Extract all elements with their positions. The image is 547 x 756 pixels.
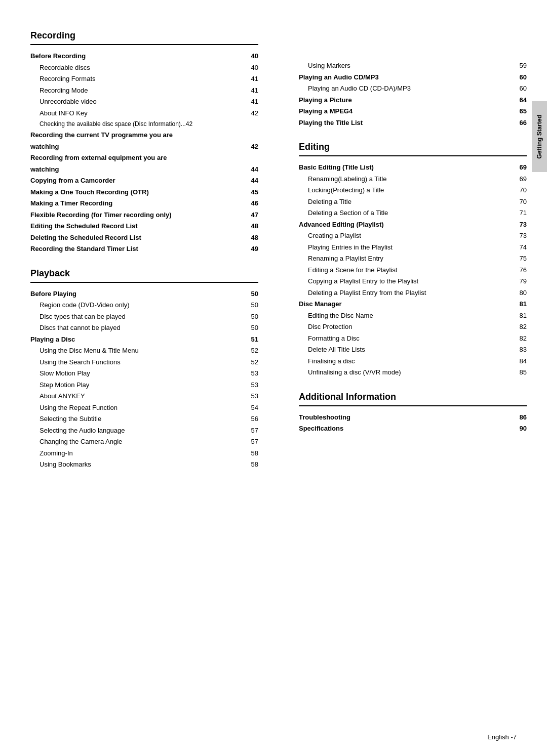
toc-timer-recording: Making a Timer Recording 46	[30, 198, 258, 208]
editing-section: Editing Basic Editing (Title List) 69 Re…	[299, 142, 527, 377]
toc-audio-language: Selecting the Audio language 57	[30, 426, 258, 436]
toc-advanced-editing: Advanced Editing (Playlist) 73	[299, 220, 527, 230]
toc-locking-title: Locking(Protecting) a Title 70	[299, 185, 527, 195]
footer-text: English -7	[487, 733, 517, 741]
toc-discs-cannot-play: Discs that cannot be played 50	[30, 323, 258, 333]
toc-formatting-disc: Formatting a Disc 82	[299, 333, 527, 344]
toc-disc-manager: Disc Manager 81	[299, 299, 527, 309]
toc-delete-all-title: Delete All Title Lists 83	[299, 345, 527, 355]
toc-disc-types: Disc types that can be played 50	[30, 312, 258, 322]
toc-info-key: About INFO Key 42	[30, 108, 258, 118]
toc-disc-space: Checking the available disc space (Disc …	[30, 119, 258, 129]
main-content: Recording Before Recording 40 Recordable…	[30, 30, 527, 726]
toc-audio-cd-cdda: Playing an Audio CD (CD-DA)/MP3 60	[299, 83, 527, 94]
toc-recording-ext: Recording from external equipment you ar…	[30, 153, 258, 163]
left-column: Recording Before Recording 40 Recordable…	[30, 30, 268, 726]
toc-slow-motion: Slow Motion Play 53	[30, 368, 258, 379]
toc-recording-formats: Recording Formats 41	[30, 74, 258, 84]
toc-standard-timer: Recording the Standard Timer List 49	[30, 244, 258, 254]
toc-playing-title-list: Playing the Title List 66	[299, 118, 527, 128]
additional-section: Additional Information Troubleshooting 8…	[299, 392, 527, 434]
toc-creating-playlist: Creating a Playlist 73	[299, 231, 527, 241]
toc-playing-disc: Playing a Disc 51	[30, 334, 258, 345]
toc-disc-menu: Using the Disc Menu & Title Menu 52	[30, 346, 258, 356]
recording-title: Recording	[30, 30, 258, 45]
playback-section: Playback Before Playing 50 Region code (…	[30, 268, 258, 470]
footer: English -7	[487, 733, 517, 741]
playing-continued: Using Markers 59 Playing an Audio CD/MP3…	[299, 61, 527, 128]
editing-title: Editing	[299, 142, 527, 156]
toc-copying-playlist-entry: Copying a Playlist Entry to the Playlist…	[299, 276, 527, 286]
toc-anykey: About ANYKEY 53	[30, 391, 258, 401]
right-column: Using Markers 59 Playing an Audio CD/MP3…	[289, 30, 527, 726]
toc-unfinalising-disc: Unfinalising a disc (V/VR mode) 85	[299, 367, 527, 377]
toc-deleting-section: Deleting a Section of a Title 71	[299, 208, 527, 218]
toc-renaming-title: Renaming(Labeling) a Title 69	[299, 174, 527, 184]
toc-troubleshooting: Troubleshooting 86	[299, 412, 527, 423]
toc-subtitle: Selecting the Subtitle 56	[30, 414, 258, 424]
toc-before-recording: Before Recording 40	[30, 51, 258, 61]
toc-recording-tv-watching: watching 42	[30, 142, 258, 152]
toc-step-motion: Step Motion Play 53	[30, 380, 258, 390]
toc-flexible-recording: Flexible Recording (for Timer recording …	[30, 210, 258, 220]
page: Recording Before Recording 40 Recordable…	[0, 0, 547, 756]
toc-deleting-title: Deleting a Title 70	[299, 197, 527, 207]
toc-basic-editing: Basic Editing (Title List) 69	[299, 162, 527, 173]
toc-repeat-function: Using the Repeat Function 54	[30, 403, 258, 413]
toc-finalising-disc: Finalising a disc 84	[299, 356, 527, 366]
toc-copying-camcorder: Copying from a Camcorder 44	[30, 176, 258, 186]
toc-camera-angle: Changing the Camera Angle 57	[30, 437, 258, 447]
additional-title: Additional Information	[299, 392, 527, 406]
toc-bookmarks: Using Bookmarks 58	[30, 459, 258, 470]
toc-before-playing: Before Playing 50	[30, 289, 258, 299]
toc-otr: Making a One Touch Recording (OTR) 45	[30, 187, 258, 197]
toc-disc-protection: Disc Protection 82	[299, 322, 527, 332]
toc-playing-mpeg4: Playing a MPEG4 65	[299, 106, 527, 116]
toc-playing-entries: Playing Entries in the Playlist 74	[299, 242, 527, 253]
toc-editing-disc-name: Editing the Disc Name 81	[299, 311, 527, 321]
toc-recording-ext-watching: watching 44	[30, 164, 258, 175]
toc-recording-tv: Recording the current TV programme you a…	[30, 130, 258, 140]
toc-recording-mode: Recording Mode 41	[30, 86, 258, 96]
toc-renaming-playlist: Renaming a Playlist Entry 75	[299, 254, 527, 264]
playback-title: Playback	[30, 268, 258, 283]
toc-specifications: Specifications 90	[299, 424, 527, 434]
toc-search-functions: Using the Search Functions 52	[30, 357, 258, 367]
toc-deleting-scheduled: Deleting the Scheduled Record List 48	[30, 233, 258, 243]
toc-deleting-playlist-entry: Deleting a Playlist Entry from the Playl…	[299, 288, 527, 298]
toc-editing-scheduled: Editing the Scheduled Record List 48	[30, 221, 258, 231]
toc-zooming-in: Zooming-In 58	[30, 448, 258, 458]
toc-region-code: Region code (DVD-Video only) 50	[30, 300, 258, 310]
toc-playing-picture: Playing a Picture 64	[299, 95, 527, 105]
toc-unrecordable-video: Unrecordable video 41	[30, 97, 258, 107]
toc-recordable-discs: Recordable discs 40	[30, 63, 258, 73]
toc-using-markers: Using Markers 59	[299, 61, 527, 71]
toc-playing-audio-cd: Playing an Audio CD/MP3 60	[299, 72, 527, 82]
toc-editing-scene: Editing a Scene for the Playlist 76	[299, 265, 527, 275]
recording-section: Recording Before Recording 40 Recordable…	[30, 30, 258, 254]
sidebar-label: Getting Started	[536, 115, 543, 159]
sidebar-tab: Getting Started	[532, 101, 547, 172]
